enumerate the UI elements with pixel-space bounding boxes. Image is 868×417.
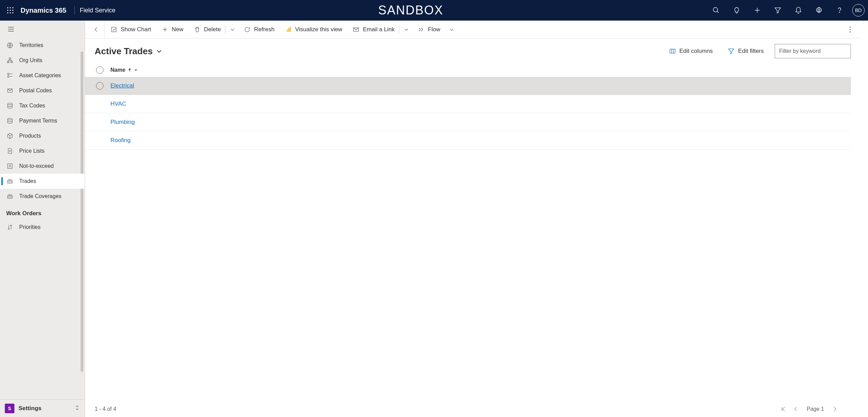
refresh-button[interactable]: Refresh <box>239 21 280 38</box>
sidebar-nav: Territories Org Units Asset Categories P… <box>0 38 85 399</box>
question-icon <box>836 7 843 14</box>
delete-dropdown[interactable] <box>227 21 238 38</box>
sidebar-item-label: Priorities <box>19 224 40 230</box>
gear-icon <box>815 7 823 14</box>
sidebar-item-label: Territories <box>19 42 43 48</box>
more-vertical-icon <box>849 26 851 33</box>
table-row[interactable]: Plumbing <box>85 113 851 131</box>
svg-rect-38 <box>288 28 289 32</box>
chevron-down-icon <box>134 68 138 72</box>
sidebar-item-postal-codes[interactable]: Postal Codes <box>0 83 85 98</box>
row-name-link[interactable]: Roofing <box>108 137 131 144</box>
filter-button[interactable] <box>768 0 788 21</box>
sidebar-item-label: Asset Categories <box>19 72 61 79</box>
flow-dropdown[interactable] <box>446 21 457 38</box>
user-avatar[interactable]: BD <box>852 4 865 16</box>
next-page-button[interactable] <box>829 403 841 415</box>
visualize-button[interactable]: Visualize this view <box>280 21 347 38</box>
sidebar-item-payment-terms[interactable]: Payment Terms <box>0 113 85 128</box>
edit-columns-button[interactable]: Edit columns <box>665 45 717 57</box>
sidebar-item-label: Price Lists <box>19 148 45 154</box>
svg-point-42 <box>849 29 851 30</box>
notifications-button[interactable] <box>788 0 808 21</box>
svg-rect-23 <box>8 76 9 77</box>
list-icon <box>6 72 14 79</box>
email-link-dropdown[interactable] <box>401 21 412 38</box>
svg-point-27 <box>8 103 12 105</box>
svg-rect-22 <box>8 73 9 74</box>
sidebar-item-priorities[interactable]: Priorities <box>0 220 85 235</box>
svg-point-6 <box>7 12 8 13</box>
svg-point-7 <box>10 12 11 13</box>
back-button[interactable] <box>88 21 105 38</box>
table-row[interactable]: Electrical <box>85 77 851 95</box>
new-button[interactable]: New <box>157 21 188 38</box>
record-count-label: 1 - 4 of 4 <box>95 406 116 412</box>
svg-rect-19 <box>9 58 11 59</box>
search-button[interactable] <box>706 0 726 21</box>
limit-icon <box>6 163 14 170</box>
table-row[interactable]: Roofing <box>85 131 851 150</box>
table-row[interactable]: HVAC <box>85 95 851 113</box>
more-commands-button[interactable] <box>843 21 857 38</box>
svg-point-0 <box>7 7 8 8</box>
column-header-name[interactable]: Name <box>108 67 138 73</box>
lightbulb-button[interactable] <box>727 0 747 21</box>
settings-button[interactable] <box>809 0 829 21</box>
row-select-checkbox[interactable] <box>96 82 104 90</box>
add-button[interactable] <box>747 0 767 21</box>
sidebar-item-tax-codes[interactable]: Tax Codes <box>0 98 85 113</box>
command-bar: Show Chart New Delete Refresh Visualize … <box>85 21 860 38</box>
sort-asc-icon <box>128 68 132 72</box>
row-name-link[interactable]: Plumbing <box>108 119 135 126</box>
sidebar-item-trade-coverages[interactable]: Trade Coverages <box>0 189 85 204</box>
refresh-icon <box>244 26 251 33</box>
view-selector[interactable]: Active Trades <box>95 46 162 57</box>
grid-header-row: Name <box>85 63 851 77</box>
delete-button[interactable]: Delete <box>189 21 226 38</box>
cube-icon <box>6 132 14 139</box>
global-actions: BD <box>706 0 865 21</box>
area-switcher[interactable]: S Settings <box>0 399 85 417</box>
edit-filters-button[interactable]: Edit filters <box>724 45 768 57</box>
sidebar-item-label: Tax Codes <box>19 103 45 109</box>
chevron-down-icon <box>230 27 235 32</box>
data-grid: Name Electrical HVAC Plumbing <box>85 63 851 401</box>
first-page-button[interactable] <box>777 403 789 415</box>
globe-icon <box>6 42 14 49</box>
sidebar-item-price-lists[interactable]: Price Lists <box>0 143 85 159</box>
chevron-down-icon <box>449 27 454 32</box>
sidebar-item-org-units[interactable]: Org Units <box>0 53 85 68</box>
svg-point-43 <box>849 31 851 32</box>
sidebar-item-not-to-exceed[interactable]: Not-to-exceed <box>0 159 85 174</box>
database-icon <box>6 117 14 124</box>
help-button[interactable] <box>830 0 849 21</box>
brand-label[interactable]: Dynamics 365 <box>21 7 73 14</box>
area-switcher-label: Settings <box>19 405 70 412</box>
environment-badge: SANDBOX <box>115 3 706 18</box>
sidebar-item-asset-categories[interactable]: Asset Categories <box>0 68 85 83</box>
svg-rect-21 <box>11 61 13 63</box>
flow-button[interactable]: Flow <box>413 21 445 38</box>
row-name-link[interactable]: Electrical <box>108 82 134 89</box>
area-switcher-chip: S <box>5 404 14 413</box>
svg-rect-31 <box>8 164 12 168</box>
row-name-link[interactable]: HVAC <box>108 101 126 107</box>
filter-keyword-input[interactable] <box>775 44 851 58</box>
org-icon <box>6 57 14 64</box>
app-launcher-button[interactable] <box>0 0 21 21</box>
sidebar-item-trades[interactable]: Trades <box>0 174 85 189</box>
sidebar-item-territories[interactable]: Territories <box>0 38 85 53</box>
app-name-label[interactable]: Field Service <box>80 7 115 14</box>
global-nav-bar: Dynamics 365 Field Service SANDBOX BD <box>0 0 868 21</box>
svg-point-2 <box>12 7 13 8</box>
svg-point-14 <box>839 12 840 12</box>
sidebar-item-products[interactable]: Products <box>0 128 85 143</box>
sidebar-toggle[interactable] <box>0 21 85 38</box>
select-all-checkbox[interactable] <box>96 66 104 74</box>
email-link-button[interactable]: Email a Link <box>348 21 400 38</box>
funnel-icon <box>728 48 735 55</box>
sidebar-item-label: Products <box>19 133 41 139</box>
prev-page-button[interactable] <box>789 403 802 415</box>
show-chart-button[interactable]: Show Chart <box>106 21 156 38</box>
